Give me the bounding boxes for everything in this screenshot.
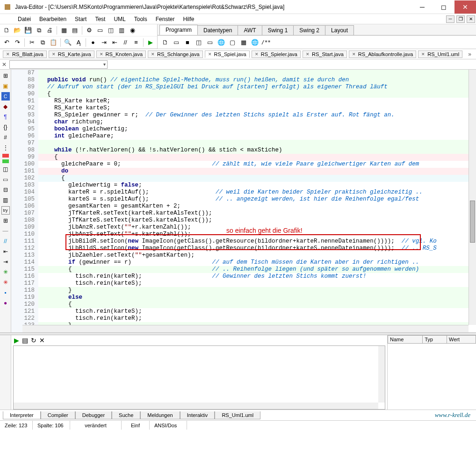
boxc-icon[interactable]: ⊟ xyxy=(1,186,10,194)
mdi-restore[interactable]: ❐ xyxy=(456,15,465,23)
btab-meldungen[interactable]: Meldungen xyxy=(140,411,180,419)
code-editor[interactable]: 8788 public void run() // eigentliche Sp… xyxy=(11,70,476,332)
list-icon[interactable]: ⋮ xyxy=(1,144,10,152)
menu-test[interactable]: Test xyxy=(91,15,109,23)
slash-icon[interactable]: // xyxy=(1,237,10,245)
indent2-icon[interactable]: ⇥ xyxy=(1,258,10,266)
tab-swing2[interactable]: Swing 2 xyxy=(293,25,325,35)
hlgrn-icon[interactable] xyxy=(2,159,9,163)
code-line[interactable]: 100 gleichePaare = 0; // zählt mit, wie … xyxy=(11,161,469,168)
undo-icon[interactable]: ↶ xyxy=(2,38,11,47)
menu-datei[interactable]: Datei xyxy=(14,15,35,23)
save-icon[interactable]: 💾 xyxy=(23,26,33,35)
menu-tools[interactable]: Tools xyxy=(130,15,151,23)
menu-start[interactable]: Start xyxy=(71,15,90,23)
boxb-icon[interactable]: ▭ xyxy=(1,175,10,184)
new-icon[interactable]: 🗋 xyxy=(2,26,11,35)
watch-table[interactable]: Name Typ Wert xyxy=(388,335,476,344)
comp-world1-icon[interactable]: 🌐 xyxy=(216,37,226,47)
code-line[interactable]: 97 xyxy=(11,140,469,147)
code-line[interactable]: 103 gleichwertig = false; xyxy=(11,182,469,189)
code-line[interactable]: 98 while (!r.hatVerloren() && !s.hatVerl… xyxy=(11,147,469,154)
close-button[interactable]: ✕ xyxy=(454,0,476,14)
redo-icon[interactable]: ↷ xyxy=(13,38,22,47)
tab-programm[interactable]: Programm xyxy=(159,25,198,35)
code-line[interactable]: 112 jLbBildS.setIcon(new ImageIcon(getCl… xyxy=(11,245,469,252)
col-wert[interactable]: Wert xyxy=(447,336,476,344)
find-icon[interactable]: 🔍 xyxy=(63,38,72,47)
bp-icon[interactable]: ● xyxy=(88,38,98,47)
code-line[interactable]: 107 jTfKarteR.setText(karteR.karteAlsTex… xyxy=(11,210,469,217)
menu-uml[interactable]: UML xyxy=(110,15,129,23)
filetab-3[interactable]: ✕RS_Schlange.java xyxy=(148,50,203,58)
boxd-icon[interactable]: ▥ xyxy=(1,196,10,204)
code-line[interactable]: 90 { xyxy=(11,91,469,98)
code-line[interactable]: 102 { xyxy=(11,175,469,182)
hash-icon[interactable]: # xyxy=(1,133,10,142)
aa-icon[interactable]: ⊞ xyxy=(1,216,10,225)
btab-interaktiv[interactable]: Interaktiv xyxy=(180,411,215,419)
btab-suche[interactable]: Suche xyxy=(112,411,140,419)
debug-stop-icon[interactable]: ✕ xyxy=(39,337,45,344)
navbar-close-icon[interactable]: ✕ xyxy=(0,61,8,68)
mdi-close[interactable]: ✕ xyxy=(467,15,475,23)
comp-file-icon[interactable]: 🗋 xyxy=(160,37,170,47)
menu-bearbeiten[interactable]: Bearbeiten xyxy=(36,15,70,23)
code-line[interactable]: 99 { xyxy=(11,154,469,161)
const-icon[interactable]: C xyxy=(1,92,10,101)
menu-hilfe[interactable]: Hilfe xyxy=(179,15,198,23)
btab-debugger[interactable]: Debugger xyxy=(75,411,112,419)
code-line[interactable]: 93 RS_Spieler gewinner = r; // Der Gewin… xyxy=(11,112,469,119)
code-line[interactable]: 104 karteR = r.spieltAuf(); // weil die … xyxy=(11,189,469,196)
col-name[interactable]: Name xyxy=(388,336,423,344)
comp-doccomment-icon[interactable]: /** xyxy=(261,37,271,47)
indent-icon[interactable]: ⇥ xyxy=(99,38,108,47)
code-line[interactable]: 121 tisch.rein(karteS); xyxy=(11,308,469,315)
sq-icon[interactable]: ▪ xyxy=(1,288,10,297)
ball-icon[interactable]: ● xyxy=(1,299,10,307)
comment-icon[interactable]: // xyxy=(121,38,130,47)
boxa-icon[interactable]: ◫ xyxy=(1,165,10,173)
filetab-1[interactable]: ✕RS_Karte.java xyxy=(49,50,94,58)
comp-box-icon[interactable]: ▢ xyxy=(228,37,237,47)
try-icon[interactable]: try xyxy=(1,206,10,215)
editor-scroll-vertical[interactable] xyxy=(469,70,476,325)
uml-icon[interactable]: ◫ xyxy=(106,26,115,35)
code-line[interactable]: 88 public void run() // eigentliche Spie… xyxy=(11,77,469,84)
saveall-icon[interactable]: ⧉ xyxy=(34,26,43,35)
col-typ[interactable]: Typ xyxy=(423,336,447,344)
code-line[interactable]: 94 char richtung; xyxy=(11,119,469,126)
comp-form-icon[interactable]: ▭ xyxy=(172,37,181,47)
code-line[interactable]: 115 { // .. Reihenfolge liegen (und spät… xyxy=(11,266,469,273)
filetab-2[interactable]: ✕RS_Knoten.java xyxy=(96,50,146,58)
code-line[interactable]: 116 tisch.rein(karteR); // Gewinner des … xyxy=(11,273,469,280)
hlred-icon[interactable] xyxy=(2,154,9,158)
cut-icon[interactable]: ✂ xyxy=(27,38,36,47)
maximize-button[interactable]: ◻ xyxy=(433,0,454,14)
filetab-6[interactable]: ✕RS_Start.java xyxy=(303,50,347,58)
class-icon[interactable]: ▦ xyxy=(59,26,69,35)
tab-swing1[interactable]: Swing 1 xyxy=(262,25,294,35)
code-line[interactable]: 120 { xyxy=(11,301,469,308)
code-line[interactable]: 96 int gleichePaare; xyxy=(11,133,469,140)
code-line[interactable]: 117 tisch.rein(karteS); xyxy=(11,280,469,287)
tab-layout[interactable]: Layout xyxy=(325,25,354,35)
code-line[interactable]: 118 } xyxy=(11,287,469,294)
bookmark-icon[interactable]: ◆ xyxy=(1,102,10,111)
code-line[interactable]: 106 gesamtKarten = gesamtKarten + 2; xyxy=(11,203,469,210)
paste-icon[interactable]: 📋 xyxy=(49,38,58,47)
indent1-icon[interactable]: ⇤ xyxy=(1,247,10,256)
btab-uml[interactable]: RS_Uml1.uml xyxy=(215,411,260,419)
open-icon[interactable]: 📂 xyxy=(13,26,22,35)
filetab-7[interactable]: ✕RS_Ablaufkontrolle.java xyxy=(349,50,416,58)
code-line[interactable]: 92 RS_Karte karteS; xyxy=(11,105,469,112)
print-icon[interactable]: 🖨 xyxy=(45,26,54,35)
menu-fenster[interactable]: Fenster xyxy=(152,15,179,23)
settings-icon[interactable]: ⚙ xyxy=(85,26,94,35)
comp-panel-icon[interactable]: ■ xyxy=(183,37,192,47)
code-line[interactable]: 91 RS_Karte karteR; xyxy=(11,98,469,105)
class-icon[interactable]: ▣ xyxy=(1,82,10,90)
code-line[interactable]: 119 else xyxy=(11,294,469,301)
tab-overflow-icon[interactable]: » xyxy=(466,51,473,58)
comp-dialog-icon[interactable]: ▭ xyxy=(205,37,215,47)
